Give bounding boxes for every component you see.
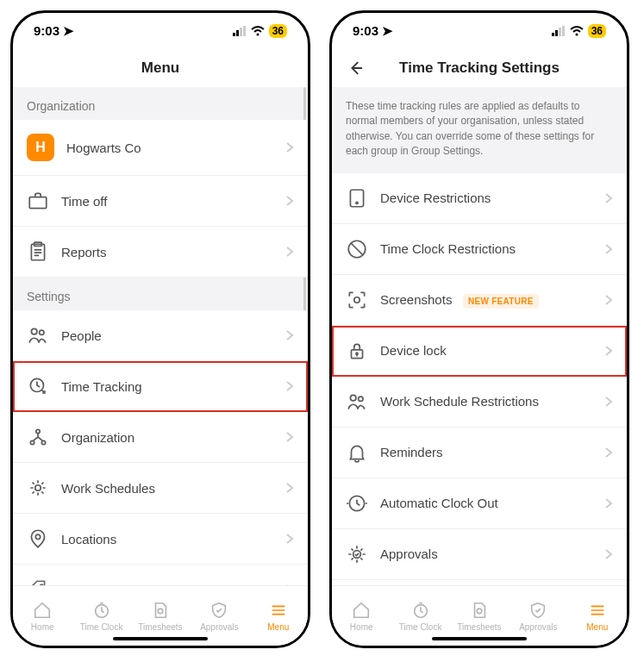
chevron-right-icon [285,141,294,153]
time-tracking-icon [27,375,49,397]
row-organization-company[interactable]: H Hogwarts Co [13,120,308,176]
tab-home[interactable]: Home [18,601,66,632]
row-people[interactable]: People [13,310,308,361]
tab-label: Menu [586,622,608,632]
shield-check-icon [528,601,547,620]
tab-home[interactable]: Home [337,601,385,632]
timesheets-icon [470,601,489,620]
header: Time Tracking Settings [332,49,627,87]
row-work-schedules[interactable]: Work Schedules [13,463,308,514]
wifi-icon [570,24,584,39]
row-label: Reminders [380,445,592,459]
content: These time tracking rules are applied as… [332,87,627,585]
row-label: People [61,328,273,343]
chevron-right-icon [285,329,294,341]
chevron-right-icon [604,447,613,459]
row-reminders[interactable]: Reminders [332,428,627,478]
row-locations[interactable]: Locations [13,514,308,565]
back-button[interactable] [344,57,366,79]
org-avatar: H [27,134,54,161]
lock-icon [346,340,368,362]
row-label: Screenshots NEW FEATURE [380,292,592,307]
row-device-lock[interactable]: Device lock [332,326,627,377]
svg-point-30 [350,395,356,401]
tab-menu[interactable]: Menu [573,601,622,632]
tab-timesheets[interactable]: Timesheets [455,601,503,632]
battery-badge: 36 [269,24,287,38]
organization-icon [27,426,49,448]
tab-label: Menu [267,622,289,632]
row-screenshots[interactable]: Screenshots NEW FEATURE [332,275,627,326]
row-organization[interactable]: Organization [13,412,308,463]
tab-approvals[interactable]: Approvals [195,601,243,632]
chevron-right-icon [285,246,294,258]
row-reports[interactable]: Reports [13,227,308,278]
wifi-icon [251,24,265,39]
tab-label: Approvals [200,622,238,632]
svg-point-4 [256,33,259,35]
restriction-icon [346,238,368,260]
tab-timesheets[interactable]: Timesheets [136,601,184,632]
header: Menu [13,49,308,87]
device-icon [346,187,368,209]
tab-menu[interactable]: Menu [254,601,303,632]
home-icon [352,601,371,620]
svg-rect-1 [236,30,239,36]
signal-icon [552,24,566,39]
clipboard-icon [27,240,49,263]
bell-icon [346,441,368,464]
row-label: Time off [61,194,273,209]
row-automatic-clock-out[interactable]: Automatic Clock Out [332,478,627,529]
content: Organization H Hogwarts Co Time off Repo… [13,87,308,585]
chevron-right-icon [285,533,294,545]
tab-label: Timesheets [457,622,501,632]
battery-badge: 36 [588,24,606,38]
status-time: 9:03 ➤ [353,23,393,39]
svg-point-25 [356,202,358,203]
svg-point-13 [41,440,45,444]
svg-point-9 [40,330,44,334]
row-activities[interactable]: Activities [13,565,308,585]
briefcase-icon [27,190,49,212]
status-time: 9:03 ➤ [34,23,74,39]
row-time-clock-restrictions[interactable]: Time Clock Restrictions [332,224,627,275]
row-time-off[interactable]: Time off [13,176,308,227]
row-label: Automatic Clock Out [380,496,592,510]
people-icon [346,390,368,413]
tab-bar: Home Time Clock Timesheets Approvals Men… [13,585,308,646]
tab-label: Time Clock [80,622,123,632]
chevron-right-icon [285,431,294,443]
row-label: Locations [61,532,273,546]
status-right: 36 [552,24,606,39]
work-schedules-icon [27,477,49,499]
svg-rect-20 [555,30,558,36]
row-time-tracking[interactable]: Time Tracking [13,361,308,412]
status-bar: 9:03 ➤ 36 [332,13,627,49]
row-label: Work Schedules [61,481,273,496]
row-work-schedule-restrictions[interactable]: Work Schedule Restrictions [332,377,627,428]
row-label: Time Tracking [61,379,273,394]
new-feature-badge: NEW FEATURE [463,294,539,309]
row-approvals[interactable]: Approvals [332,529,627,580]
info-text: These time tracking rules are applied as… [332,87,627,173]
tab-bar: Home Time Clock Timesheets Approvals Men… [332,585,627,646]
tab-time-clock[interactable]: Time Clock [78,601,126,632]
tag-icon [27,578,49,585]
chevron-right-icon [285,195,294,207]
svg-point-15 [35,534,40,539]
section-header-settings: Settings [13,278,308,310]
stopwatch-icon [92,601,111,620]
tab-label: Time Clock [399,622,442,632]
home-indicator [113,637,208,640]
phone-right-time-tracking-settings: 9:03 ➤ 36 Time Tracking Settings These t… [329,10,629,648]
menu-icon [588,601,607,620]
tab-approvals[interactable]: Approvals [514,601,562,632]
svg-rect-19 [552,33,554,36]
row-device-restrictions[interactable]: Device Restrictions [332,173,627,224]
svg-rect-3 [243,26,246,36]
svg-rect-0 [233,33,235,36]
chevron-right-icon [604,243,613,255]
svg-point-8 [31,328,37,334]
svg-rect-22 [562,26,565,36]
tab-time-clock[interactable]: Time Clock [397,601,445,632]
